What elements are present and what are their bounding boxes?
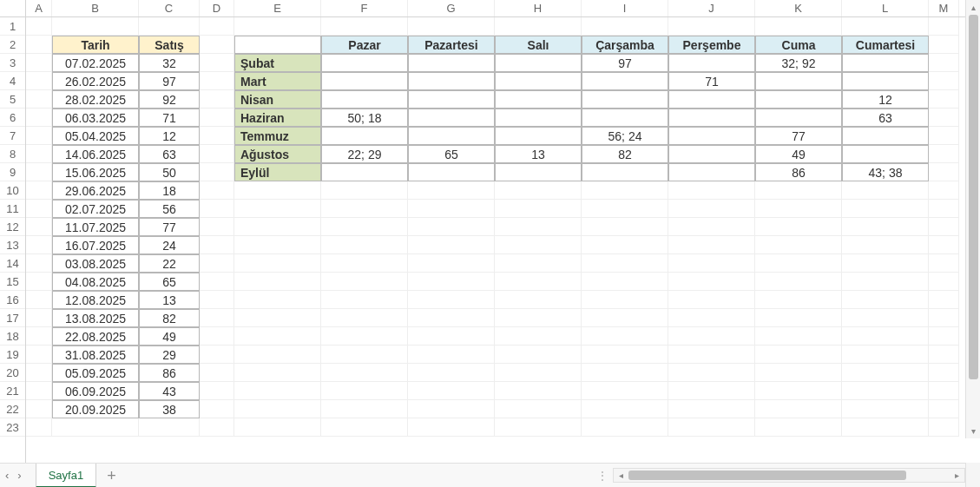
cell-F10[interactable] bbox=[321, 181, 408, 200]
cell-B19[interactable]: 31.08.2025 bbox=[52, 346, 139, 364]
cell-H13[interactable] bbox=[495, 236, 582, 254]
cell-K12[interactable] bbox=[755, 218, 842, 236]
cell-C4[interactable]: 97 bbox=[139, 72, 200, 90]
cell-F20[interactable] bbox=[321, 364, 408, 382]
cell-A23[interactable] bbox=[26, 418, 52, 437]
row-header-12[interactable]: 12 bbox=[0, 218, 25, 236]
cell-G21[interactable] bbox=[408, 382, 495, 400]
row-header-7[interactable]: 7 bbox=[0, 127, 25, 145]
cell-I14[interactable] bbox=[582, 254, 668, 273]
cell-A16[interactable] bbox=[26, 291, 52, 309]
cell-L15[interactable] bbox=[842, 273, 929, 291]
cell-G11[interactable] bbox=[408, 200, 495, 218]
cell-B2[interactable]: Tarih bbox=[52, 36, 139, 54]
cell-H17[interactable] bbox=[495, 309, 582, 327]
cell-M5[interactable] bbox=[929, 90, 959, 109]
cell-D18[interactable] bbox=[200, 327, 234, 346]
cell-D13[interactable] bbox=[200, 236, 234, 254]
cell-G19[interactable] bbox=[408, 346, 495, 364]
cell-E1[interactable] bbox=[234, 17, 321, 36]
cell-F12[interactable] bbox=[321, 218, 408, 236]
row-header-4[interactable]: 4 bbox=[0, 72, 25, 90]
cell-M13[interactable] bbox=[929, 236, 959, 254]
cell-C6[interactable]: 71 bbox=[139, 109, 200, 127]
cell-B8[interactable]: 14.06.2025 bbox=[52, 145, 139, 163]
cell-C11[interactable]: 56 bbox=[139, 200, 200, 218]
tab-nav-prev[interactable]: ‹ bbox=[5, 469, 9, 482]
cell-H15[interactable] bbox=[495, 273, 582, 291]
cell-H18[interactable] bbox=[495, 327, 582, 346]
cell-C17[interactable]: 82 bbox=[139, 309, 200, 327]
cell-I21[interactable] bbox=[582, 382, 668, 400]
cell-G3[interactable] bbox=[408, 54, 495, 72]
cell-H20[interactable] bbox=[495, 364, 582, 382]
cell-A13[interactable] bbox=[26, 236, 52, 254]
cell-J10[interactable] bbox=[668, 181, 755, 200]
cell-A22[interactable] bbox=[26, 400, 52, 418]
cell-L16[interactable] bbox=[842, 291, 929, 309]
cell-C19[interactable]: 29 bbox=[139, 346, 200, 364]
cell-L9[interactable]: 43; 38 bbox=[842, 163, 929, 181]
cell-F4[interactable] bbox=[321, 72, 408, 90]
cell-G18[interactable] bbox=[408, 327, 495, 346]
cell-I10[interactable] bbox=[582, 181, 668, 200]
cell-J1[interactable] bbox=[668, 17, 755, 36]
cell-M23[interactable] bbox=[929, 418, 959, 437]
cell-F17[interactable] bbox=[321, 309, 408, 327]
vertical-scrollbar[interactable]: ▴ ▾ bbox=[965, 0, 980, 438]
cell-E16[interactable] bbox=[234, 291, 321, 309]
cell-H7[interactable] bbox=[495, 127, 582, 145]
cell-D4[interactable] bbox=[200, 72, 234, 90]
cell-E20[interactable] bbox=[234, 364, 321, 382]
column-header-L[interactable]: L bbox=[842, 0, 929, 16]
row-header-16[interactable]: 16 bbox=[0, 291, 25, 309]
cell-H19[interactable] bbox=[495, 346, 582, 364]
cell-L14[interactable] bbox=[842, 254, 929, 273]
cell-L21[interactable] bbox=[842, 382, 929, 400]
cell-I5[interactable] bbox=[582, 90, 668, 109]
cell-K20[interactable] bbox=[755, 364, 842, 382]
cell-C12[interactable]: 77 bbox=[139, 218, 200, 236]
cell-K14[interactable] bbox=[755, 254, 842, 273]
cell-L20[interactable] bbox=[842, 364, 929, 382]
cell-M2[interactable] bbox=[929, 36, 959, 54]
cell-D3[interactable] bbox=[200, 54, 234, 72]
cell-G13[interactable] bbox=[408, 236, 495, 254]
cell-G7[interactable] bbox=[408, 127, 495, 145]
cell-G10[interactable] bbox=[408, 181, 495, 200]
cell-H10[interactable] bbox=[495, 181, 582, 200]
cell-A1[interactable] bbox=[26, 17, 52, 36]
cell-A12[interactable] bbox=[26, 218, 52, 236]
cell-E14[interactable] bbox=[234, 254, 321, 273]
cell-B1[interactable] bbox=[52, 17, 139, 36]
cell-E12[interactable] bbox=[234, 218, 321, 236]
cell-G23[interactable] bbox=[408, 418, 495, 437]
cell-C13[interactable]: 24 bbox=[139, 236, 200, 254]
cell-J13[interactable] bbox=[668, 236, 755, 254]
cell-H23[interactable] bbox=[495, 418, 582, 437]
cell-E5[interactable]: Nisan bbox=[234, 90, 321, 109]
row-header-13[interactable]: 13 bbox=[0, 236, 25, 254]
cell-G22[interactable] bbox=[408, 400, 495, 418]
row-header-22[interactable]: 22 bbox=[0, 400, 25, 418]
cell-I23[interactable] bbox=[582, 418, 668, 437]
cell-H5[interactable] bbox=[495, 90, 582, 109]
cell-H12[interactable] bbox=[495, 218, 582, 236]
cell-F22[interactable] bbox=[321, 400, 408, 418]
cell-I7[interactable]: 56; 24 bbox=[582, 127, 668, 145]
cell-C15[interactable]: 65 bbox=[139, 273, 200, 291]
row-header-17[interactable]: 17 bbox=[0, 309, 25, 327]
cell-I13[interactable] bbox=[582, 236, 668, 254]
cell-M20[interactable] bbox=[929, 364, 959, 382]
cell-B14[interactable]: 03.08.2025 bbox=[52, 254, 139, 273]
cell-L23[interactable] bbox=[842, 418, 929, 437]
cell-E23[interactable] bbox=[234, 418, 321, 437]
row-header-9[interactable]: 9 bbox=[0, 163, 25, 181]
cell-C1[interactable] bbox=[139, 17, 200, 36]
cell-B17[interactable]: 13.08.2025 bbox=[52, 309, 139, 327]
cell-E15[interactable] bbox=[234, 273, 321, 291]
cell-F5[interactable] bbox=[321, 90, 408, 109]
row-header-10[interactable]: 10 bbox=[0, 181, 25, 200]
cell-J2[interactable]: Perşembe bbox=[668, 36, 755, 54]
cell-L11[interactable] bbox=[842, 200, 929, 218]
